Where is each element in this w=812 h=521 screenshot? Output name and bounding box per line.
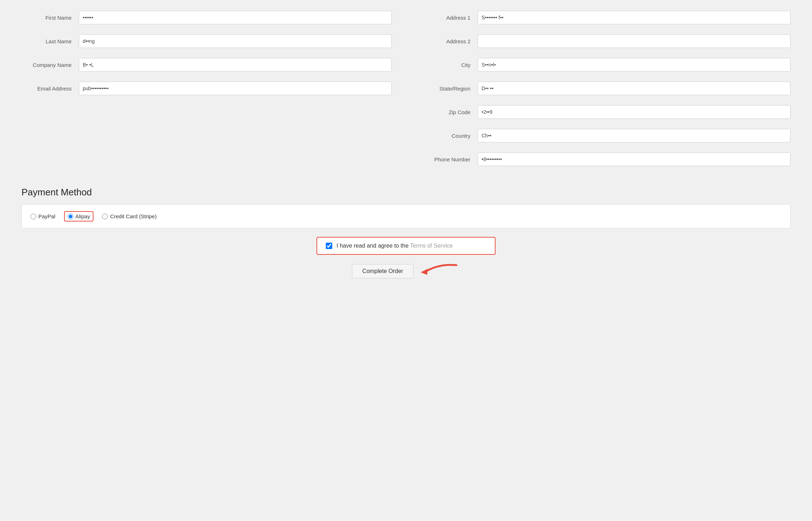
paypal-radio[interactable]: [30, 214, 36, 219]
last-name-label: Last Name: [21, 38, 79, 44]
first-name-label: First Name: [21, 15, 79, 21]
alipay-option[interactable]: Alipay: [68, 213, 90, 219]
terms-of-service-link[interactable]: Terms of Service: [410, 243, 453, 249]
email-row: Email Address: [21, 82, 392, 95]
phone-label: Phone Number: [420, 156, 478, 162]
email-label: Email Address: [21, 86, 79, 92]
city-label: City: [420, 62, 478, 68]
address2-label: Address 2: [420, 38, 478, 44]
address2-input[interactable]: [478, 34, 791, 48]
left-form-section: First Name Last Name Company Name Email …: [21, 11, 392, 176]
paypal-option[interactable]: PayPal: [30, 213, 55, 219]
email-input[interactable]: [79, 82, 392, 95]
last-name-row: Last Name: [21, 34, 392, 48]
complete-order-button[interactable]: Complete Order: [352, 264, 414, 278]
right-form-section: Address 1 Address 2 City State/Region Zi…: [420, 11, 791, 176]
state-input[interactable]: [478, 82, 791, 95]
svg-marker-0: [421, 269, 428, 275]
payment-options-box: PayPal Alipay Credit Card (Stripe): [21, 204, 791, 228]
phone-input[interactable]: [478, 152, 791, 166]
terms-checkbox[interactable]: [326, 243, 332, 249]
stripe-label: Credit Card (Stripe): [110, 213, 156, 219]
company-name-input[interactable]: [79, 58, 392, 72]
phone-row: Phone Number: [420, 152, 791, 166]
address1-label: Address 1: [420, 15, 478, 21]
terms-area: I have read and agree to the Terms of Se…: [21, 237, 791, 282]
address1-row: Address 1: [420, 11, 791, 24]
address2-row: Address 2: [420, 34, 791, 48]
payment-section: Payment Method PayPal Alipay Credit Card…: [21, 187, 791, 228]
country-input[interactable]: [478, 129, 791, 142]
stripe-option[interactable]: Credit Card (Stripe): [102, 213, 156, 219]
zip-input[interactable]: [478, 105, 791, 119]
complete-order-area: Complete Order: [352, 260, 460, 282]
terms-box: I have read and agree to the Terms of Se…: [316, 237, 496, 255]
state-label: State/Region: [420, 86, 478, 92]
state-row: State/Region: [420, 82, 791, 95]
zip-label: Zip Code: [420, 109, 478, 115]
first-name-row: First Name: [21, 11, 392, 24]
terms-text: I have read and agree to the Terms of Se…: [337, 243, 453, 249]
paypal-label: PayPal: [38, 213, 55, 219]
city-input[interactable]: [478, 58, 791, 72]
company-name-row: Company Name: [21, 58, 392, 72]
zip-row: Zip Code: [420, 105, 791, 119]
country-label: Country: [420, 133, 478, 139]
payment-title: Payment Method: [21, 187, 791, 198]
city-row: City: [420, 58, 791, 72]
alipay-highlighted-box: Alipay: [64, 211, 94, 221]
first-name-input[interactable]: [79, 11, 392, 24]
country-row: Country: [420, 129, 791, 142]
last-name-input[interactable]: [79, 34, 392, 48]
alipay-radio[interactable]: [68, 214, 73, 219]
stripe-radio[interactable]: [102, 214, 108, 219]
address1-input[interactable]: [478, 11, 791, 24]
arrow-svg: [417, 260, 460, 281]
alipay-label: Alipay: [76, 213, 90, 219]
company-name-label: Company Name: [21, 62, 79, 68]
arrow-indicator: [417, 260, 460, 282]
